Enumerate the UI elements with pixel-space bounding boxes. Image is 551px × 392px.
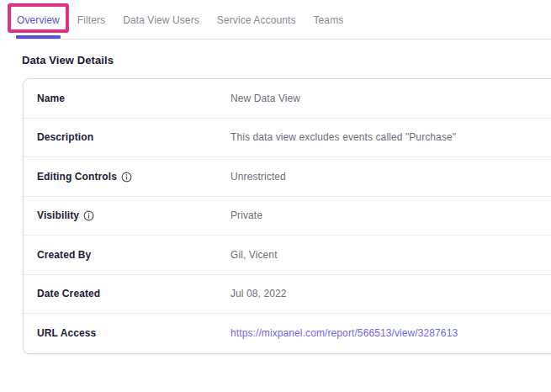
tab-service-accounts[interactable]: Service Accounts xyxy=(217,0,296,40)
table-row-date-created: Date Created Jul 08, 2022 xyxy=(24,275,551,315)
row-value-created-by: Gil, Vicent xyxy=(230,249,278,261)
tab-overview-label: Overview xyxy=(17,14,60,26)
info-icon[interactable] xyxy=(121,172,132,183)
tab-service-accounts-label: Service Accounts xyxy=(217,14,296,26)
row-label-name: Name xyxy=(37,93,230,104)
tab-teams[interactable]: Teams xyxy=(314,0,344,40)
table-row-description: Description This data view excludes even… xyxy=(24,119,551,158)
row-label-visibility: Visibility xyxy=(37,209,230,221)
tab-teams-label: Teams xyxy=(314,14,344,26)
table-row-name: Name New Data View xyxy=(24,79,551,119)
tab-filters[interactable]: Filters xyxy=(77,0,105,40)
row-value-visibility: Private xyxy=(230,209,262,221)
tab-data-view-users[interactable]: Data View Users xyxy=(123,0,199,40)
table-row-visibility: Visibility Private xyxy=(24,197,551,236)
table-row-editing-controls: Editing Controls Unrestricted xyxy=(24,157,551,197)
table-row-url-access: URL Access https://mixpanel.com/report/5… xyxy=(24,314,551,353)
row-value-name: New Data View xyxy=(230,93,300,104)
table-row-created-by: Created By Gil, Vicent xyxy=(24,236,551,275)
tab-overview[interactable]: Overview xyxy=(17,0,60,40)
tab-filters-label: Filters xyxy=(77,14,105,26)
row-label-date-created: Date Created xyxy=(37,288,230,299)
row-value-date-created: Jul 08, 2022 xyxy=(230,288,287,299)
info-icon[interactable] xyxy=(83,210,94,221)
row-value-description: This data view excludes events called "P… xyxy=(230,131,456,143)
page-title: Data View Details xyxy=(22,54,551,66)
row-value-editing-controls: Unrestricted xyxy=(230,171,286,183)
url-access-link[interactable]: https://mixpanel.com/report/566513/view/… xyxy=(230,327,458,339)
row-label-url-access: URL Access xyxy=(37,327,230,339)
tab-bar: Overview Filters Data View Users Service… xyxy=(0,0,551,40)
tabbar-divider xyxy=(17,39,551,40)
row-label-created-by: Created By xyxy=(37,249,230,261)
row-label-description: Description xyxy=(37,131,230,143)
row-label-editing-controls: Editing Controls xyxy=(37,171,230,183)
details-card: Name New Data View Description This data… xyxy=(23,78,551,354)
tab-data-view-users-label: Data View Users xyxy=(123,14,199,26)
